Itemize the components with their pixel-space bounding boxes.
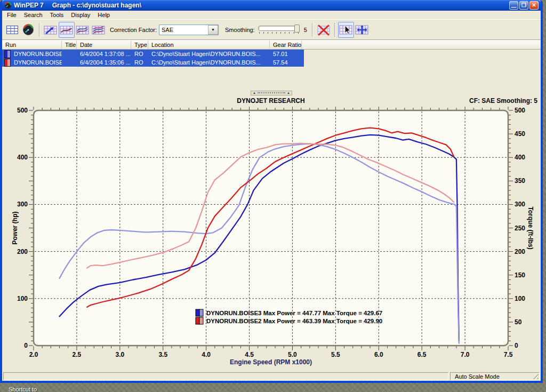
desktop: { "window": { "title_app": "WinPEP 7", "…: [0, 0, 546, 392]
x-tick-label: 3.0: [115, 351, 124, 358]
smoothing-value: 5: [304, 27, 307, 33]
pointer-mode-button[interactable]: [338, 22, 354, 38]
window-title-document: Graph - c:\dyno\stuart hagen\: [52, 2, 141, 9]
chevron-down-icon: ▼: [211, 28, 215, 31]
pan-arrows-icon: [355, 24, 369, 36]
select-pointer-icon: [339, 24, 353, 36]
gauge-view-button[interactable]: [20, 22, 36, 38]
x-tick-label: 7.0: [461, 351, 470, 358]
menu-item-tools[interactable]: Tools: [46, 11, 68, 19]
toolbar-separator: [312, 23, 313, 37]
toolbar-separator: [39, 23, 40, 37]
close-button[interactable]: ✕: [529, 1, 539, 10]
title-bar[interactable]: WinPEP 7 Graph - c:\dyno\stuart hagen\ —…: [2, 0, 541, 11]
column-header-location[interactable]: Location: [148, 41, 270, 49]
graph-two-runs-button[interactable]: [75, 22, 91, 38]
slider-thumb[interactable]: [294, 25, 300, 33]
run-gear-ratio: 57.54: [270, 59, 302, 66]
column-header-title[interactable]: Title: [62, 41, 77, 49]
collapse-up-icon: ▲: [287, 91, 290, 94]
menu-item-display[interactable]: Display: [67, 11, 94, 19]
column-header-type[interactable]: Type: [131, 41, 148, 49]
y-tick-label-right: 400: [515, 154, 525, 161]
clear-graph-button[interactable]: [316, 22, 332, 38]
x-tick-label: 4.0: [202, 351, 211, 358]
collapse-up-icon: ▲: [253, 91, 256, 94]
menu-bar: FileSearchToolsDisplayHelp: [2, 11, 541, 20]
y-tick-label-right: 200: [515, 248, 525, 255]
y-tick-label-right: 500: [515, 107, 525, 114]
x-tick-label: 5.0: [288, 351, 297, 358]
y-tick-label-left: 100: [17, 295, 28, 302]
slider-track[interactable]: [258, 26, 300, 31]
x-tick-label: 4.5: [245, 351, 254, 358]
graph-3d-button[interactable]: [43, 22, 59, 38]
y-tick-label-left: 300: [17, 201, 28, 208]
run-color-swatch: [4, 59, 11, 67]
maximize-button[interactable]: ❐: [519, 1, 528, 10]
y-tick-label-left: 400: [17, 154, 28, 161]
runs-table-button[interactable]: [4, 22, 20, 38]
x-axis-title: Engine Speed (RPM x1000): [230, 358, 312, 366]
legend-label: DYNORUN.BOISE2 Max Power = 463.39 Max To…: [206, 318, 382, 324]
run-type: RO: [131, 51, 148, 57]
legend-swatch: [199, 317, 203, 324]
graph-line-icon: [60, 25, 74, 35]
x-tick-label: 5.5: [331, 351, 340, 358]
graph-multi-runs-button[interactable]: [91, 22, 107, 38]
y-tick-label-left: 0: [24, 342, 28, 349]
chart-panel: 2.02.53.03.54.04.55.05.56.06.57.07.50100…: [2, 96, 541, 372]
dyno-chart: 2.02.53.03.54.04.55.05.56.06.57.07.50100…: [2, 96, 541, 372]
y-tick-label-left: 500: [17, 107, 28, 114]
splitter-handle[interactable]: ▲ ▲: [251, 91, 292, 95]
desktop-shortcut-label[interactable]: Shortcut to: [9, 386, 37, 392]
status-mode-text: Auto Scale Mode: [455, 373, 500, 380]
menu-item-file[interactable]: File: [3, 11, 20, 19]
toolbar-separator: [334, 23, 335, 37]
y-tick-label-right: 150: [515, 271, 525, 279]
x-tick-label: 2.5: [73, 351, 82, 358]
resize-grip[interactable]: [532, 373, 539, 379]
chart-title: DYNOJET RESEARCH: [237, 97, 304, 105]
run-table-body: DYNORUN.BOISE36/4/2004 1:37:08 ...ROC:\D…: [2, 50, 541, 90]
y-tick-label-right: 250: [515, 225, 525, 232]
close-icon: ✕: [532, 3, 536, 8]
window-title-app: WinPEP 7: [14, 2, 44, 9]
minimize-button[interactable]: —: [509, 1, 518, 10]
run-row-dynorun-boise2[interactable]: DYNORUN.BOISE26/4/2004 1:35:06 ...ROC:\D…: [2, 58, 304, 67]
y-tick-label-right: 50: [515, 318, 522, 326]
gauge-icon: [22, 23, 35, 36]
legend-label: DYNORUN.BOISE3 Max Power = 447.77 Max To…: [206, 310, 382, 316]
winpep-window: WinPEP 7 Graph - c:\dyno\stuart hagen\ —…: [0, 0, 543, 383]
status-bar: Auto Scale Mode: [2, 372, 541, 381]
graph-single-run-button[interactable]: [59, 22, 75, 38]
maximize-icon: ❐: [521, 3, 526, 8]
legend-swatch: [196, 309, 199, 316]
correction-factor-select[interactable]: SAE ▼: [159, 25, 219, 35]
column-header-date[interactable]: Date: [77, 41, 131, 49]
pan-mode-button[interactable]: [354, 22, 370, 38]
x-tick-label: 6.0: [374, 351, 383, 358]
smoothing-slider[interactable]: [258, 26, 300, 34]
run-type: RO: [131, 59, 148, 66]
graph-multi-lines-icon: [92, 25, 106, 35]
column-header-gear-ratio[interactable]: Gear Ratio: [270, 41, 302, 49]
x-tick-label: 7.5: [504, 351, 513, 358]
x-tick-label: 6.5: [417, 351, 427, 358]
runs-table-icon: [6, 25, 19, 35]
menu-item-help[interactable]: Help: [94, 11, 114, 19]
run-row-dynorun-boise3[interactable]: DYNORUN.BOISE36/4/2004 1:37:08 ...ROC:\D…: [2, 50, 304, 58]
run-name: DYNORUN.BOISE3: [11, 51, 62, 57]
run-color-swatch: [4, 50, 11, 58]
column-header-run[interactable]: Run: [2, 41, 62, 49]
menu-item-search[interactable]: Search: [20, 11, 46, 19]
run-name: DYNORUN.BOISE2: [11, 59, 62, 66]
run-table-header: RunTitleDateTypeLocationGear Ratio: [2, 40, 541, 50]
chart-correction-info: CF: SAE Smoothing: 5: [469, 97, 537, 105]
y-tick-label-right: 450: [515, 130, 525, 138]
combo-dropdown-button[interactable]: ▼: [208, 25, 218, 35]
status-panel-left: [3, 372, 448, 380]
clear-graph-red-x-icon: [317, 24, 331, 36]
x-tick-label: 3.5: [158, 351, 167, 358]
y-tick-label-left: 200: [17, 248, 28, 255]
